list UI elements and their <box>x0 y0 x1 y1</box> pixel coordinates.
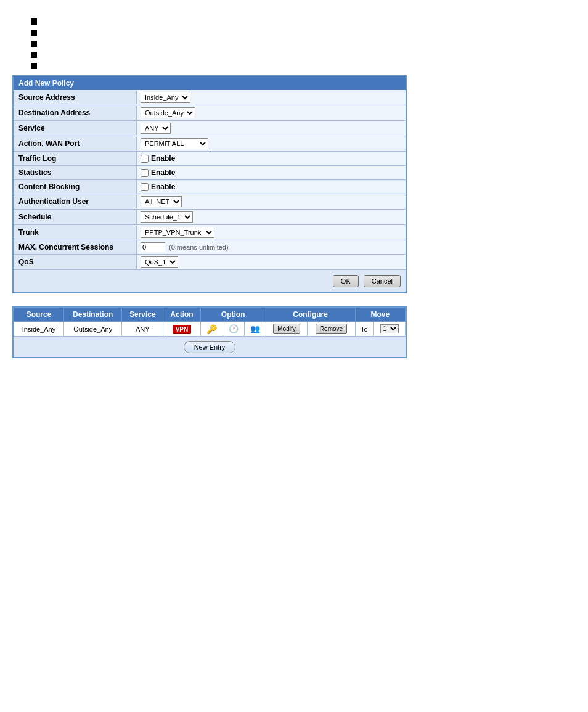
header-source: Source <box>14 308 64 322</box>
add-new-policy-form: Add New Policy Source Address Inside_Any… <box>12 75 407 293</box>
auth-user-value: All_NET <box>137 194 406 209</box>
bullet-item-1 <box>31 18 576 25</box>
source-address-select[interactable]: Inside_Any <box>141 92 190 103</box>
max-sessions-input[interactable] <box>141 242 165 252</box>
bullet-square-5 <box>31 63 37 69</box>
trunk-value: PPTP_VPN_Trunk <box>137 225 406 240</box>
max-sessions-value: (0:means unlimited) <box>137 240 406 254</box>
bullet-list <box>31 18 576 69</box>
new-entry-button[interactable]: New Entry <box>184 341 236 353</box>
schedule-select[interactable]: Schedule_1 <box>141 211 193 223</box>
action-wan-row: Action, WAN Port PERMIT ALL <box>14 136 406 152</box>
service-value: ANY <box>137 121 406 136</box>
header-service: Service <box>122 308 163 322</box>
move-to-label: To <box>361 325 368 333</box>
row-configure-remove: Remove <box>308 322 355 337</box>
traffic-log-value: Enable <box>137 152 406 165</box>
qos-select[interactable]: QoS_1 <box>141 256 178 268</box>
source-address-value: Inside_Any <box>137 90 406 105</box>
bullet-item-3 <box>31 41 576 47</box>
row-source: Inside_Any <box>14 322 64 337</box>
traffic-log-label: Traffic Log <box>14 152 137 165</box>
content-blocking-check-text: Enable <box>151 182 175 191</box>
auth-user-label: Authentication User <box>14 195 137 208</box>
row-move-to: To <box>355 322 374 337</box>
content-blocking-checkbox-label[interactable]: Enable <box>141 182 175 191</box>
service-row: Service ANY <box>14 121 406 136</box>
user-group-icon[interactable]: 👥 <box>250 324 260 333</box>
table-header-row: Source Destination Service Action Option… <box>14 308 406 322</box>
clock-icon[interactable]: 🕐 <box>229 324 239 333</box>
destination-address-select[interactable]: Outside_Any <box>141 107 195 118</box>
bullet-square-3 <box>31 41 37 47</box>
table-row: Inside_Any Outside_Any ANY VPN 🔑 🕐 <box>14 322 406 337</box>
statistics-check-text: Enable <box>151 168 175 177</box>
traffic-log-check-text: Enable <box>151 154 175 163</box>
destination-address-value: Outside_Any <box>137 105 406 120</box>
ok-button[interactable]: OK <box>333 275 359 287</box>
source-address-label: Source Address <box>14 91 137 104</box>
statistics-checkbox[interactable] <box>141 169 149 177</box>
header-action: Action <box>163 308 201 322</box>
row-destination: Outside_Any <box>64 322 122 337</box>
bullet-item-4 <box>31 52 576 58</box>
statistics-row: Statistics Enable <box>14 166 406 180</box>
schedule-row: Schedule Schedule_1 <box>14 210 406 225</box>
action-wan-label: Action, WAN Port <box>14 137 137 150</box>
row-option-1: 🔑 <box>200 322 223 337</box>
service-select[interactable]: ANY <box>141 123 171 134</box>
form-title: Add New Policy <box>14 76 406 90</box>
traffic-log-checkbox-label[interactable]: Enable <box>141 154 175 163</box>
destination-address-label: Destination Address <box>14 106 137 120</box>
schedule-value: Schedule_1 <box>137 210 406 224</box>
row-configure-modify: Modify <box>266 322 308 337</box>
statistics-checkbox-label[interactable]: Enable <box>141 168 175 177</box>
schedule-label: Schedule <box>14 210 137 224</box>
trunk-label: Trunk <box>14 226 137 239</box>
max-sessions-row: MAX. Concurrent Sessions (0:means unlimi… <box>14 240 406 255</box>
traffic-log-row: Traffic Log Enable <box>14 152 406 166</box>
trunk-select[interactable]: PPTP_VPN_Trunk <box>141 227 214 238</box>
bullet-square-1 <box>31 18 37 25</box>
remove-button[interactable]: Remove <box>316 324 347 334</box>
policy-table: Source Destination Service Action Option… <box>14 307 406 337</box>
bullet-square-4 <box>31 52 37 58</box>
statistics-value: Enable <box>137 166 406 179</box>
service-label: Service <box>14 121 137 135</box>
new-entry-bar: New Entry <box>14 337 406 357</box>
key-icon[interactable]: 🔑 <box>206 324 217 334</box>
bullet-item-5 <box>31 63 576 69</box>
action-wan-select[interactable]: PERMIT ALL <box>141 138 208 149</box>
bullet-square-2 <box>31 30 37 36</box>
source-address-row: Source Address Inside_Any <box>14 90 406 105</box>
header-option: Option <box>200 308 266 322</box>
cancel-button[interactable]: Cancel <box>364 275 401 287</box>
content-blocking-value: Enable <box>137 181 406 193</box>
header-configure: Configure <box>266 308 355 322</box>
qos-value: QoS_1 <box>137 255 406 269</box>
modify-button[interactable]: Modify <box>273 324 300 334</box>
move-value-select[interactable]: 1 <box>380 324 399 333</box>
action-wan-value: PERMIT ALL <box>137 136 406 151</box>
auth-user-row: Authentication User All_NET <box>14 194 406 210</box>
vpn-action-badge: VPN <box>173 325 192 334</box>
content-blocking-checkbox[interactable] <box>141 183 149 191</box>
row-option-2: 🕐 <box>223 322 244 337</box>
max-sessions-hint: (0:means unlimited) <box>169 243 229 251</box>
header-move: Move <box>355 308 405 322</box>
row-move-value: 1 <box>374 322 406 337</box>
destination-address-row: Destination Address Outside_Any <box>14 105 406 121</box>
header-destination: Destination <box>64 308 122 322</box>
trunk-row: Trunk PPTP_VPN_Trunk <box>14 225 406 240</box>
form-buttons: OK Cancel <box>14 270 406 292</box>
max-sessions-label: MAX. Concurrent Sessions <box>14 240 137 254</box>
row-action: VPN <box>163 322 201 337</box>
bullet-item-2 <box>31 30 576 36</box>
content-blocking-row: Content Blocking Enable <box>14 180 406 194</box>
row-option-3: 👥 <box>244 322 266 337</box>
row-service: ANY <box>122 322 163 337</box>
content-blocking-label: Content Blocking <box>14 180 137 194</box>
statistics-label: Statistics <box>14 166 137 179</box>
auth-user-select[interactable]: All_NET <box>141 196 182 207</box>
traffic-log-checkbox[interactable] <box>141 155 149 163</box>
